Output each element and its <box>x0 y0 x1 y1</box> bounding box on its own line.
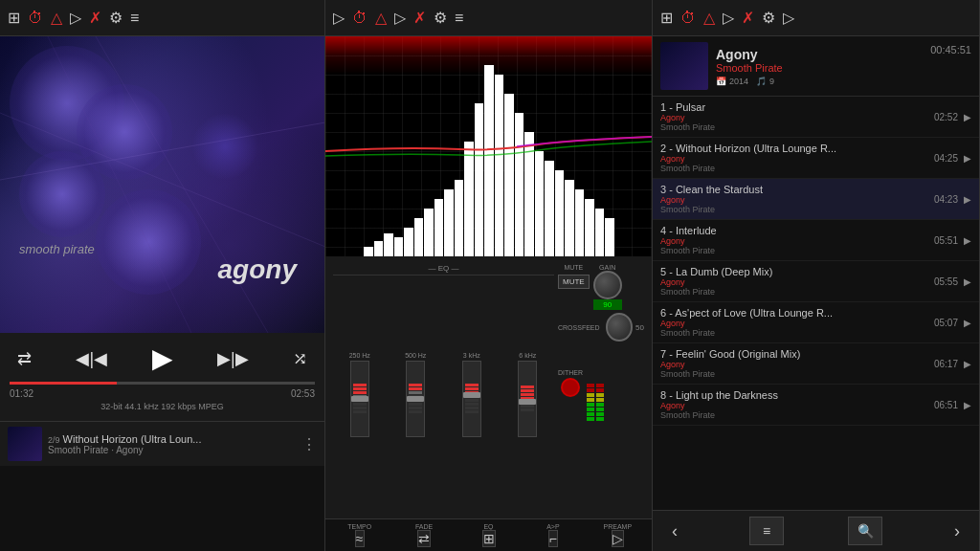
asp-button[interactable]: ⌐ <box>548 530 558 547</box>
track-4-play[interactable]: ▶ <box>964 235 971 246</box>
track-item[interactable]: 1 - Pulsar Agony Smooth Pirate 02:52 ▶ <box>653 97 979 138</box>
eq-icon-right[interactable]: ⊞ <box>660 9 673 27</box>
album-title-overlay: agony <box>218 254 297 285</box>
dither-button[interactable] <box>561 378 580 397</box>
album-meta: 📅2014 🎵9 <box>716 77 923 86</box>
arrow-icon-right[interactable]: ▷ <box>723 9 734 27</box>
track-3-artist: Agony <box>660 195 934 205</box>
track-item[interactable]: 8 - Light up the Darkness Agony Smooth P… <box>653 385 979 426</box>
fade-label: FADE <box>415 523 433 530</box>
tempo-button[interactable]: ≈ <box>355 530 365 547</box>
skip-back-button[interactable]: ◀|◀ <box>68 344 115 373</box>
cross-icon[interactable]: ✗ <box>413 9 426 27</box>
triangle-icon[interactable]: △ <box>51 9 62 27</box>
track-7-play[interactable]: ▶ <box>964 359 971 369</box>
next-page-button[interactable]: › <box>947 519 968 543</box>
track-2-label: Smooth Pirate <box>660 164 934 173</box>
shuffle-button[interactable]: ⤮ <box>285 344 315 373</box>
track-number: 2/9 <box>48 435 60 445</box>
svg-line-0 <box>0 113 325 247</box>
eq-handle-3khz[interactable] <box>463 392 480 398</box>
album-year: 📅2014 <box>716 77 748 86</box>
triangle-icon-right[interactable]: △ <box>703 9 715 27</box>
bottom-navigation: ‹ ≡ 🔍 › <box>653 510 979 551</box>
clock-icon[interactable]: ⏱ <box>28 10 43 27</box>
artist-name-overlay: smooth pirate <box>19 242 95 256</box>
fade-button[interactable]: ⇄ <box>417 530 431 547</box>
progress-bar[interactable] <box>10 382 315 385</box>
list-icon[interactable]: ≡ <box>455 10 463 27</box>
tracklist[interactable]: 1 - Pulsar Agony Smooth Pirate 02:52 ▶ 2… <box>653 97 979 510</box>
heart-icon[interactable]: ✗ <box>89 9 101 27</box>
skip-forward-button[interactable]: ▶|▶ <box>210 344 256 373</box>
preamp-button[interactable]: ▷ <box>612 530 624 547</box>
gain-section: GAIN 90 <box>593 264 622 310</box>
now-playing-bar: 2/9 Without Horizon (Ultra Loun... Smoot… <box>0 421 324 466</box>
prev-page-button[interactable]: ‹ <box>664 519 685 543</box>
eq-handle-6khz[interactable] <box>519 399 536 405</box>
menu-icon[interactable]: ≡ <box>130 10 139 27</box>
track-5-play[interactable]: ▶ <box>964 276 971 287</box>
asp-label: A>P <box>546 523 559 530</box>
crossfeed-label: CROSSFEED <box>558 324 603 331</box>
track-6-play[interactable]: ▶ <box>964 318 971 328</box>
track-1-play[interactable]: ▶ <box>964 112 971 122</box>
track-7-duration: 06:17 <box>934 359 958 369</box>
gain-label: GAIN <box>593 264 622 271</box>
eq-band-6khz: 6 kHz <box>501 352 555 437</box>
play-mode-icon[interactable]: ▷ <box>333 9 345 27</box>
track-1-label: Smooth Pirate <box>660 122 934 132</box>
search-button[interactable]: 🔍 <box>848 517 882 545</box>
track-item[interactable]: 6 - As'pect of Love (Ultra Lounge R... A… <box>653 302 979 343</box>
cross-icon-right[interactable]: ✗ <box>742 9 754 27</box>
track-4-info: 4 - Interlude Agony Smooth Pirate <box>660 225 934 255</box>
equalizer-icon[interactable]: ⊞ <box>8 9 20 27</box>
eq-band-3khz: 3 kHz <box>445 352 499 437</box>
track-item[interactable]: 7 - Feelin' Good (Original Mix) Agony Sm… <box>653 343 979 385</box>
time-display: 01:32 02:53 <box>10 388 315 399</box>
crossfeed-knob[interactable] <box>606 313 633 342</box>
timer-icon[interactable]: ⏱ <box>352 10 368 27</box>
settings-icon-right[interactable]: ⚙ <box>762 9 775 27</box>
gear-icon[interactable]: ⚙ <box>434 9 447 27</box>
settings-icon[interactable]: ⚙ <box>109 9 122 27</box>
album-header: Agony Smooth Pirate 📅2014 🎵9 00:45:51 <box>653 36 979 97</box>
play-button[interactable]: ▶ <box>145 339 181 378</box>
eq-wrap: EQ ⊞ <box>458 523 519 547</box>
album-artist: Smooth Pirate <box>716 62 923 74</box>
track-5-label: Smooth Pirate <box>660 287 934 297</box>
list-view-button[interactable]: ≡ <box>749 517 784 545</box>
eq-button[interactable]: ⊞ <box>482 530 496 547</box>
eq-handle-500hz[interactable] <box>407 396 424 402</box>
middle-toolbar: ▷ ⏱ △ ▷ ✗ ⚙ ≡ <box>325 0 652 36</box>
gain-knob[interactable] <box>593 271 622 299</box>
play-icon-right[interactable]: ▷ <box>783 9 794 27</box>
track-5-artist: Agony <box>660 277 934 287</box>
eq-band-250hz: 250 Hz <box>333 352 387 437</box>
mute-button[interactable]: MUTE <box>558 275 590 289</box>
track-item[interactable]: 2 - Without Horizon (Ultra Lounge R... A… <box>653 138 979 179</box>
eq-handle-250hz[interactable] <box>351 396 368 402</box>
preamp-wrap: PREAMP ▷ <box>588 523 648 547</box>
right-toolbar: ⊞ ⏱ △ ▷ ✗ ⚙ ▷ <box>653 0 979 36</box>
clock-icon-right[interactable]: ⏱ <box>680 10 696 27</box>
track-item[interactable]: 4 - Interlude Agony Smooth Pirate 05:51 … <box>653 220 979 261</box>
tempo-wrap: TEMPO ≈ <box>329 523 390 547</box>
track-item[interactable]: 3 - Clean the Stardust Agony Smooth Pira… <box>653 179 979 220</box>
more-options-button[interactable]: ⋮ <box>301 435 317 453</box>
bottom-controls: TEMPO ≈ FADE ⇄ EQ ⊞ A>P ⌐ PREAMP ▷ <box>325 518 652 551</box>
track-3-play[interactable]: ▶ <box>964 194 971 205</box>
left-panel: ⊞ ⏱ △ ▷ ✗ ⚙ ≡ smooth pirate agony ⇄ ◀|◀ … <box>0 0 325 551</box>
repeat-button[interactable]: ⇄ <box>10 344 39 373</box>
asp-wrap: A>P ⌐ <box>523 523 583 547</box>
track-4-artist: Agony <box>660 236 934 246</box>
next-icon[interactable]: ▷ <box>394 9 406 27</box>
middle-panel: ▷ ⏱ △ ▷ ✗ ⚙ ≡ <box>325 0 653 551</box>
track-2-play[interactable]: ▶ <box>964 153 971 164</box>
eq-icon[interactable]: △ <box>375 9 387 27</box>
track-1-name: 1 - Pulsar <box>660 101 934 113</box>
now-playing-thumb <box>8 427 42 461</box>
track-8-play[interactable]: ▶ <box>964 400 971 410</box>
play-icon[interactable]: ▷ <box>70 9 81 27</box>
track-item[interactable]: 5 - La Dumb (Deep Mix) Agony Smooth Pira… <box>653 261 979 302</box>
